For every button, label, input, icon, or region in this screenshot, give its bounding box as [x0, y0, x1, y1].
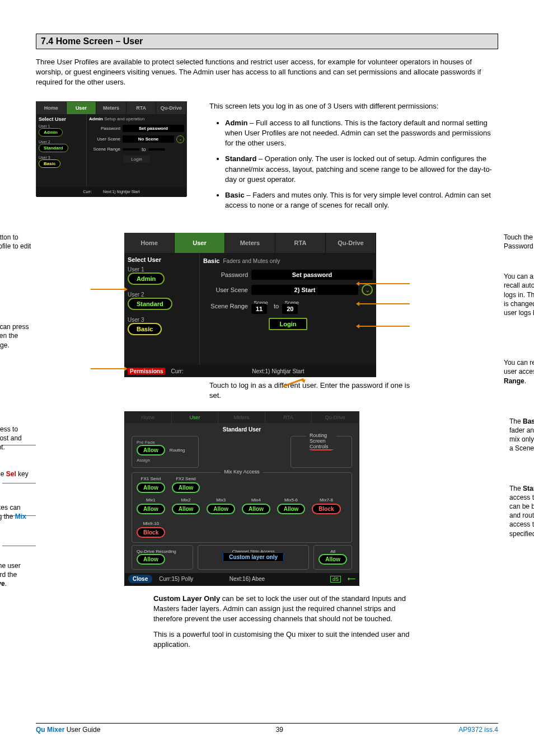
admin-button[interactable]: Admin — [128, 273, 165, 285]
ds-icon: dS — [330, 576, 341, 583]
screenshot-user-admin: Home User Meters RTA Qu-Drive Select Use… — [36, 101, 187, 196]
basic-button[interactable]: Basic — [128, 323, 162, 335]
rsc-label: Routing Screen Controls — [306, 433, 336, 449]
user2-label: User 2 — [39, 140, 84, 144]
chevron-down-icon[interactable]: ⌄ — [176, 135, 184, 143]
scenerange-to[interactable]: 20 — [282, 304, 298, 314]
login-button[interactable]: Login — [269, 318, 308, 330]
user1-label: User 1 — [39, 124, 84, 128]
user2-label: User 2 — [128, 292, 196, 298]
password-label: Password — [203, 271, 248, 278]
tab-meters[interactable]: Meters — [225, 233, 275, 253]
tab-meters[interactable]: Meters — [96, 102, 127, 114]
tab-qudrive[interactable]: Qu-Drive — [326, 233, 376, 253]
tab-user[interactable]: User — [175, 233, 225, 253]
callout-mix-select: Choose which mixes can be accessed using… — [0, 503, 29, 530]
scenerange-label: Scene Range — [203, 303, 248, 309]
mix-label: Mix1 — [137, 497, 165, 503]
mix-col: Mix5-6Allow — [277, 497, 306, 514]
password-field[interactable]: Set password — [251, 270, 373, 280]
basic-button[interactable]: Basic — [39, 159, 60, 168]
permissions-badge[interactable]: Permissions — [128, 368, 165, 375]
page-footer: Qu Mixer User Guide 39 AP9372 iss.4 — [36, 723, 498, 734]
admin-button[interactable]: Admin — [39, 128, 63, 137]
qudrive-allow-button[interactable]: Allow — [137, 554, 165, 565]
rightcol-sub: Faders and Mutes only — [223, 258, 280, 264]
status-curr: Curr: — [83, 190, 92, 194]
userscene-label: User Scene — [89, 137, 120, 142]
caption-between: Touch to log in as a different user. Ent… — [209, 381, 422, 401]
mix-allow-button[interactable]: Allow — [242, 504, 270, 514]
tab-rta[interactable]: RTA — [275, 233, 326, 253]
standard-button[interactable]: Standard — [39, 144, 68, 152]
all-allow-button[interactable]: Allow — [318, 554, 347, 565]
bullet-admin: Admin – Full access to all functions. Th… — [225, 118, 498, 149]
scenerange-label: Scene Range — [89, 147, 120, 152]
section-title: Home Screen – User — [56, 36, 143, 46]
footer-doc: User Guide — [67, 726, 101, 734]
section-header: 7.4 Home Screen – User — [36, 34, 498, 49]
mix-col: Mix3Allow — [207, 497, 235, 514]
standard-button[interactable]: Standard — [128, 298, 172, 310]
scenerange-to-val[interactable] — [148, 148, 165, 151]
callout-mix-prepost: Allow or block access to the Mix key Pre… — [0, 425, 29, 452]
tab-rta[interactable]: RTA — [127, 102, 157, 114]
routing-label: Routing — [170, 448, 185, 453]
custom-layer-button[interactable]: Custom layer only — [223, 552, 284, 562]
callout-sel-routing: Block access to the Sel key Routing scre… — [0, 469, 29, 487]
bottom-paragraph-1: Custom Layer Only can be set to lock the… — [153, 594, 422, 624]
scenerange-from[interactable] — [123, 148, 139, 151]
userscene-field[interactable]: 2) Start — [251, 285, 358, 295]
fx1-allow-button[interactable]: Allow — [137, 482, 165, 493]
bullet-basic: Basic – Faders and mutes only. This is f… — [225, 190, 498, 210]
userscene-field[interactable]: No Scene — [123, 135, 174, 143]
callout-qudrive-rec: Allow or prevent the user being able to … — [0, 561, 29, 589]
fx1-label: FX1 Send — [137, 476, 165, 481]
callout-standard-user: The Standard User does not have access t… — [509, 484, 534, 538]
arrow-icon — [359, 303, 410, 304]
tab-qudrive[interactable]: Qu-Drive — [156, 102, 186, 114]
tab-home[interactable]: Home — [124, 233, 175, 253]
footer-page: 39 — [276, 726, 283, 734]
scenerange-to-lbl: to — [274, 303, 279, 309]
rightcol-title: Basic — [203, 257, 219, 264]
fx2-allow-button[interactable]: Allow — [172, 482, 200, 493]
callout-right-scene: You can assign a User Scene to recall au… — [504, 272, 534, 317]
login-button[interactable]: Login — [123, 156, 150, 163]
access-mixes-heading: Access to mixes — [0, 411, 29, 420]
mix-label: Mix2 — [172, 497, 200, 503]
prefade-allow-button[interactable]: Allow — [137, 445, 165, 456]
arrow-left-icon: ⟵ — [348, 576, 355, 582]
scenerange-to: to — [142, 147, 146, 152]
password-label: Password — [89, 126, 120, 131]
mix-allow-button[interactable]: Allow — [277, 504, 306, 514]
screenshot-permissions: Home User Meters RTA Qu-Drive Standard U… — [124, 411, 359, 586]
tab-rta: RTA — [265, 412, 312, 423]
callout-right-password: Touch the Password box to enter a Passwo… — [504, 233, 534, 251]
mix-row: Mix1AllowMix2AllowMix3AllowMix4AllowMix5… — [137, 497, 347, 538]
user3-label: User 3 — [128, 317, 196, 323]
screenshot-user-basic: Home User Meters RTA Qu-Drive Select Use… — [124, 233, 376, 377]
mix-allow-button[interactable]: Allow — [137, 504, 165, 514]
tab-home[interactable]: Home — [36, 102, 67, 114]
close-button[interactable]: Close — [128, 575, 152, 583]
line-icon — [2, 546, 36, 546]
mix-block-button[interactable]: Block — [137, 527, 165, 538]
mix-allow-button[interactable]: Allow — [207, 504, 235, 514]
chevron-down-icon[interactable]: ⌄ — [362, 284, 373, 295]
rightcol-title: Admin — [89, 116, 103, 121]
password-field[interactable]: Set password — [123, 125, 184, 132]
tab-user[interactable]: User — [67, 102, 97, 114]
mix-label: Mix4 — [242, 497, 270, 503]
footer-product: Qu Mixer — [36, 726, 67, 734]
mix-allow-button[interactable]: Allow — [172, 504, 200, 514]
callout-left-2: The Admin user can press the Fn key to o… — [0, 322, 35, 350]
scenerange-from[interactable]: 11 — [251, 304, 267, 314]
section-number: 7.4 — [41, 36, 53, 46]
arrow-icon — [91, 368, 124, 369]
rightcol-sub: Setup and operation — [104, 116, 144, 121]
line-icon — [2, 515, 36, 516]
mix-block-button[interactable]: Block — [312, 504, 340, 514]
fx2-label: FX2 Send — [172, 476, 200, 481]
tab-qudrive: Qu-Drive — [312, 412, 359, 423]
